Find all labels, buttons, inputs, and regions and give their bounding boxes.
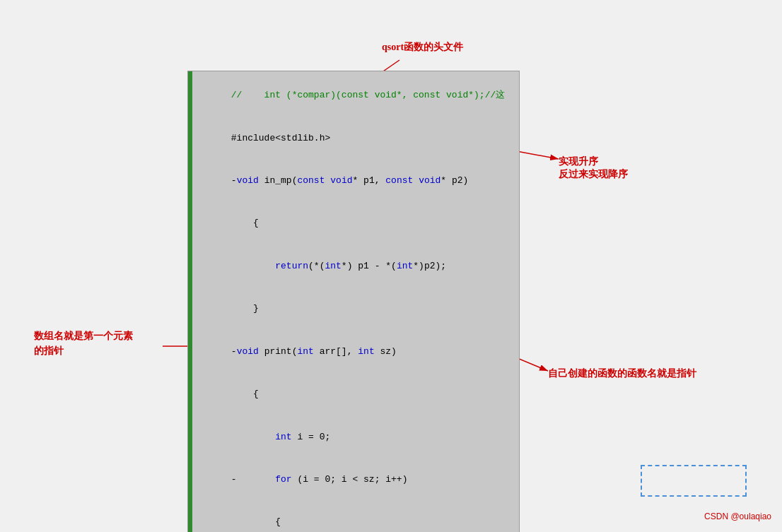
code-line: { bbox=[198, 501, 516, 532]
code-line: { bbox=[198, 202, 516, 244]
code-content: // int (*compar)(const void*, const void… bbox=[188, 71, 519, 532]
code-line: return(*(int*) p1 - *(int*)p2); bbox=[198, 245, 516, 288]
annotation-qsort-header: qsort函数的头文件 bbox=[382, 41, 463, 54]
code-line: #include<stdlib.h> bbox=[198, 117, 516, 159]
annotation-array-pointer: 数组名就是第一个元素的指针 bbox=[34, 329, 133, 358]
code-line: -void print(int arr[], int sz) bbox=[198, 331, 516, 373]
green-bar bbox=[188, 71, 192, 532]
code-line: -void in_mp(const void* p1, const void* … bbox=[198, 160, 516, 202]
csdn-label: CSDN @oulaqiao bbox=[704, 512, 771, 521]
code-line: int i = 0; bbox=[198, 415, 516, 458]
code-line: - for (i = 0; i < sz; i++) bbox=[198, 459, 516, 501]
code-line: } bbox=[198, 288, 516, 330]
code-panel: // int (*compar)(const void*, const void… bbox=[187, 71, 520, 532]
code-line: // int (*compar)(const void*, const void… bbox=[198, 74, 516, 117]
annotation-ascending: 实现升序 反过来实现降序 bbox=[559, 155, 628, 181]
dashed-box bbox=[641, 465, 747, 497]
annotation-custom-fn-pointer: 自己创建的函数的函数名就是指针 bbox=[548, 367, 696, 380]
code-line: { bbox=[198, 373, 516, 415]
